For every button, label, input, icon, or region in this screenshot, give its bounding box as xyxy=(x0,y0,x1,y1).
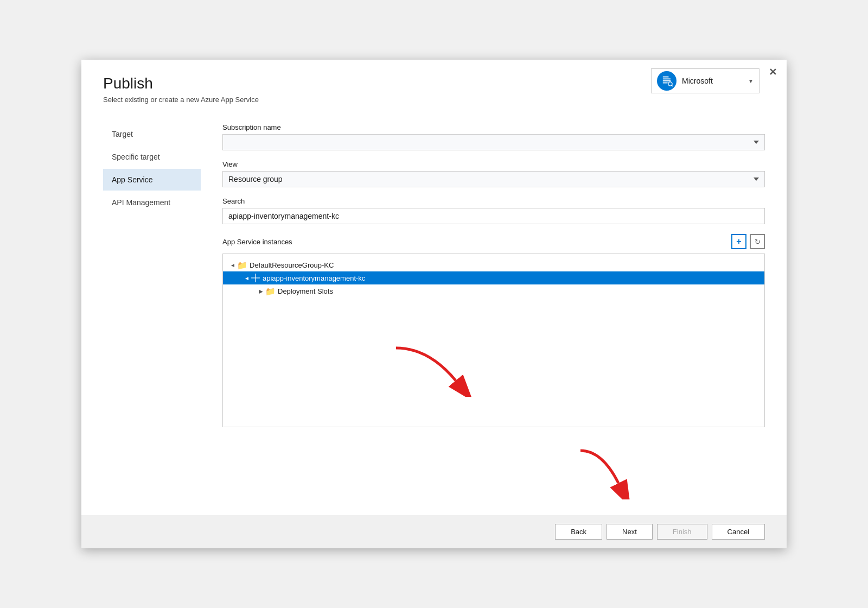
view-group: View Resource group App Service Plan Alp… xyxy=(222,160,765,187)
tree-label-app-service: apiapp-inventorymanagement-kc xyxy=(263,274,365,282)
view-select-wrapper: Resource group App Service Plan Alphabet… xyxy=(222,171,765,187)
close-button[interactable]: ✕ xyxy=(769,67,777,77)
subscription-label: Subscription name xyxy=(222,123,765,131)
sidebar-item-specific-target[interactable]: Specific target xyxy=(103,146,201,168)
account-icon xyxy=(657,71,676,91)
search-input[interactable] xyxy=(222,208,765,224)
tree-item-resource-group[interactable]: ◄ 📁 DefaultResourceGroup-KC xyxy=(223,258,764,271)
svg-rect-3 xyxy=(663,83,668,84)
account-name: Microsoft xyxy=(682,77,744,85)
globe-icon-app-service xyxy=(251,274,260,282)
tree-toggle-resource-group: ◄ xyxy=(228,261,237,269)
next-button[interactable]: Next xyxy=(607,524,653,540)
cancel-button[interactable]: Cancel xyxy=(712,524,765,540)
account-bar[interactable]: Microsoft ▼ xyxy=(651,68,760,93)
search-label: Search xyxy=(222,197,765,205)
tree-container: ◄ 📁 DefaultResourceGroup-KC ◄ apiapp-inv… xyxy=(222,254,765,427)
add-instance-button[interactable]: + xyxy=(731,234,746,249)
tree-label-resource-group: DefaultResourceGroup-KC xyxy=(250,261,334,269)
folder-icon-resource-group: 📁 xyxy=(237,261,247,269)
subscription-select[interactable] xyxy=(222,134,765,150)
tree-item-deployment-slots[interactable]: ▶ 📁 Deployment Slots xyxy=(223,284,764,297)
dialog-subtitle: Select existing or create a new Azure Ap… xyxy=(103,96,765,104)
account-dropdown-icon: ▼ xyxy=(748,78,754,84)
subscription-group: Subscription name xyxy=(222,123,765,150)
main-content: Subscription name View Resource group Ap… xyxy=(212,123,765,515)
dialog-body: Target Specific target App Service API M… xyxy=(81,112,787,515)
subscription-select-wrapper xyxy=(222,134,765,150)
search-group: Search xyxy=(222,197,765,224)
tree-label-deployment-slots: Deployment Slots xyxy=(278,287,333,295)
sidebar: Target Specific target App Service API M… xyxy=(103,123,212,515)
sidebar-item-app-service[interactable]: App Service xyxy=(103,169,201,191)
back-button[interactable]: Back xyxy=(555,524,602,540)
publish-dialog: ✕ Microsoft ▼ Publish Select existing or… xyxy=(81,60,787,548)
instances-section: App Service instances + ↻ ◄ 📁 DefaultRes… xyxy=(222,234,765,427)
finish-button[interactable]: Finish xyxy=(657,524,707,540)
svg-line-5 xyxy=(672,85,673,86)
view-select[interactable]: Resource group App Service Plan Alphabet… xyxy=(222,171,765,187)
refresh-instances-button[interactable]: ↻ xyxy=(750,234,765,249)
view-label: View xyxy=(222,160,765,168)
instances-label: App Service instances xyxy=(222,238,292,246)
svg-point-4 xyxy=(668,82,672,86)
tree-item-app-service-instance[interactable]: ◄ apiapp-inventorymanagement-kc xyxy=(223,271,764,284)
sidebar-item-api-management[interactable]: API Management xyxy=(103,192,201,213)
instances-header: App Service instances + ↻ xyxy=(222,234,765,249)
tree-toggle-app-service: ◄ xyxy=(242,274,251,282)
svg-rect-0 xyxy=(663,77,669,78)
tree-toggle-deployment-slots: ▶ xyxy=(257,287,265,295)
folder-icon-deployment-slots: 📁 xyxy=(265,287,275,295)
dialog-footer: Back Next Finish Cancel xyxy=(81,515,787,548)
sidebar-item-target[interactable]: Target xyxy=(103,123,201,145)
svg-rect-2 xyxy=(663,80,671,81)
svg-rect-1 xyxy=(663,78,671,79)
instances-actions: + ↻ xyxy=(731,234,765,249)
